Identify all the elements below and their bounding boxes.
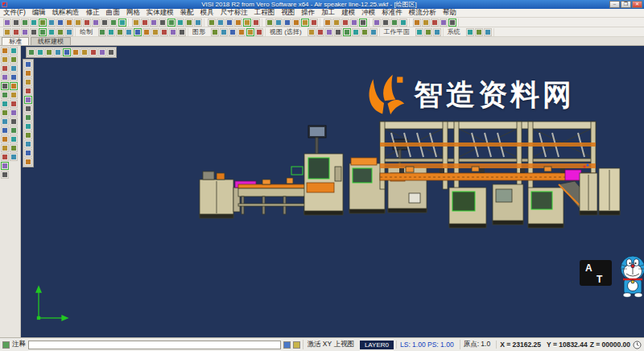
toolbar-icon[interactable] <box>433 28 441 36</box>
toolbar-icon[interactable] <box>98 28 106 36</box>
clock-icon[interactable] <box>633 341 642 349</box>
toolbar-icon[interactable] <box>24 140 32 148</box>
toolbar-icon[interactable] <box>24 158 32 166</box>
toolbar-icon[interactable] <box>243 19 251 27</box>
toolbar-icon[interactable] <box>431 19 439 27</box>
toolbar-icon[interactable] <box>1 126 9 134</box>
toolbar-icon[interactable] <box>24 60 32 68</box>
toolbar-icon[interactable] <box>1 47 9 55</box>
toolbar-icon[interactable] <box>24 87 32 95</box>
toolbar-icon[interactable] <box>65 19 73 27</box>
toolbar-icon[interactable] <box>24 78 32 86</box>
toolbar-icon[interactable] <box>12 28 20 36</box>
toolbar-icon[interactable] <box>74 19 82 27</box>
toolbar-icon[interactable] <box>21 28 29 36</box>
close-button[interactable]: ✕ <box>632 1 642 8</box>
toolbar-icon[interactable] <box>229 28 237 36</box>
toolbar-icon[interactable] <box>21 19 29 27</box>
toolbar-icon[interactable] <box>10 64 18 72</box>
toolbar-icon[interactable] <box>10 56 18 64</box>
toolbar-icon[interactable] <box>1 73 9 81</box>
toolbar-icon[interactable] <box>107 28 115 36</box>
menu-item[interactable]: 加工 <box>318 8 338 18</box>
toolbar-icon[interactable] <box>220 28 228 36</box>
toolbar-icon[interactable] <box>1 64 9 72</box>
toolbar-icon[interactable] <box>1 100 9 108</box>
toolbar-icon[interactable] <box>475 28 483 36</box>
toolbar-icon[interactable] <box>83 19 91 27</box>
toolbar-icon[interactable] <box>255 28 263 36</box>
menu-item[interactable]: 建模 <box>338 8 358 18</box>
toolbar-icon[interactable] <box>10 100 18 108</box>
menu-item[interactable]: 文件(F) <box>0 8 29 18</box>
toolbar-icon[interactable] <box>1 118 9 126</box>
menu-item[interactable]: 模具 <box>197 8 217 18</box>
toolbar-icon[interactable] <box>47 19 56 27</box>
toolbar-icon[interactable] <box>65 28 73 36</box>
toolbar-icon[interactable] <box>1 56 9 64</box>
toolbar-icon[interactable] <box>36 48 44 56</box>
toolbar-icon[interactable] <box>185 19 193 27</box>
toolbar-icon[interactable] <box>316 28 324 36</box>
toolbar-icon[interactable] <box>324 19 332 27</box>
viewport-canvas[interactable]: 智造资料网 A T <box>21 46 644 337</box>
toolbar-icon[interactable] <box>24 105 32 113</box>
toolbar-icon[interactable] <box>56 19 64 27</box>
toolbar-icon[interactable] <box>10 82 18 90</box>
toolbar-icon[interactable] <box>217 19 225 27</box>
origin-status[interactable]: 原点: 1.0 <box>460 340 494 349</box>
toolbar-icon[interactable] <box>234 19 242 27</box>
toolbar-icon[interactable] <box>47 28 56 36</box>
prompt-input[interactable] <box>28 341 281 349</box>
toolbar-icon[interactable] <box>369 28 378 36</box>
toolbar-icon[interactable] <box>343 28 351 36</box>
toolbar-icon[interactable] <box>39 19 47 27</box>
toolbar-icon[interactable] <box>211 28 219 36</box>
toolbar-icon[interactable] <box>252 19 260 27</box>
toolbar-icon[interactable] <box>283 19 291 27</box>
menu-item[interactable]: 操作 <box>298 8 318 18</box>
toolbar-icon[interactable] <box>310 19 318 27</box>
menu-item[interactable]: 尺寸标注 <box>217 8 251 18</box>
toolbar-icon[interactable] <box>24 122 32 130</box>
toolbar-icon[interactable] <box>12 19 20 27</box>
toolbar-icon[interactable] <box>382 19 390 27</box>
toolbar-icon[interactable] <box>10 109 18 117</box>
toolbar-icon[interactable] <box>134 28 142 36</box>
toolbar-icon[interactable] <box>275 19 283 27</box>
note-icon[interactable] <box>2 341 10 349</box>
toolbar-icon[interactable] <box>72 48 80 56</box>
toolbar-icon[interactable] <box>80 48 89 56</box>
toolbar-icon[interactable] <box>1 82 9 90</box>
menu-item[interactable]: 冲模 <box>358 8 378 18</box>
menu-item[interactable]: 实体建模 <box>143 8 177 18</box>
toolbar-icon[interactable] <box>54 48 62 56</box>
toolbar-icon[interactable] <box>361 28 369 36</box>
toolbar-icon[interactable] <box>225 19 233 27</box>
toolbar-icon[interactable] <box>56 28 64 36</box>
toolbar-icon[interactable] <box>24 149 32 157</box>
toolbar-icon[interactable] <box>178 28 186 36</box>
toolbar-icon[interactable] <box>159 19 167 27</box>
toolbar-icon[interactable] <box>484 28 492 36</box>
toolbar-icon[interactable] <box>1 91 9 99</box>
toolbar-icon[interactable] <box>27 48 35 56</box>
toolbar-icon[interactable] <box>1 171 9 179</box>
toolbar-icon[interactable] <box>107 48 115 56</box>
toolbar-icon[interactable] <box>208 19 216 27</box>
toolbar-icon[interactable] <box>45 48 53 56</box>
maximize-button[interactable]: ❐ <box>621 1 631 8</box>
menu-item[interactable]: 编辑 <box>29 8 49 18</box>
toolbar-icon[interactable] <box>10 126 18 134</box>
toolbar-icon[interactable] <box>308 28 316 36</box>
toolbar-icon[interactable] <box>101 19 109 27</box>
toolbar-icon[interactable] <box>246 28 254 36</box>
toolbar-icon[interactable] <box>10 144 18 152</box>
toolbar-icon[interactable] <box>39 28 47 36</box>
menu-item[interactable]: 工程图 <box>251 8 279 18</box>
toolbar-icon[interactable] <box>92 19 100 27</box>
snap-icon[interactable] <box>293 341 300 349</box>
toolbar-icon[interactable] <box>301 19 309 27</box>
toolbar-icon[interactable] <box>116 28 124 36</box>
toolbar-icon[interactable] <box>24 114 32 122</box>
